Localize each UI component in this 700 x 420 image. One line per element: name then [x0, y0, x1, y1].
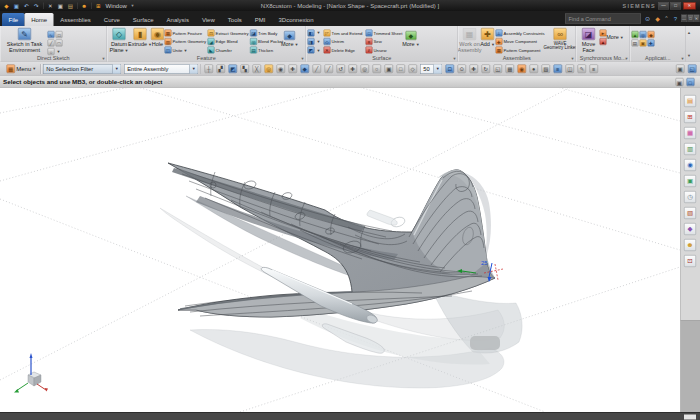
- group-dialog-arrow-icon[interactable]: ▼: [625, 56, 629, 61]
- snap-end-icon[interactable]: ▞: [216, 65, 225, 74]
- wireframe-icon[interactable]: ▦: [505, 65, 514, 74]
- snap-point-icon[interactable]: ┼: [204, 65, 213, 74]
- vertex-select-icon[interactable]: ╱: [324, 65, 333, 74]
- move-component-button[interactable]: ✚ Move Component: [496, 37, 545, 46]
- dialog-rail-icon[interactable]: ▣: [676, 65, 685, 74]
- tab-curve[interactable]: Curve: [97, 13, 126, 26]
- group-dialog-arrow-icon[interactable]: ▼: [571, 56, 575, 61]
- tab-view[interactable]: View: [195, 13, 221, 26]
- trimmed-sheet-button[interactable]: □ Trimmed Sheet: [365, 29, 402, 38]
- minimize-button[interactable]: —: [658, 2, 669, 10]
- tab-assemblies[interactable]: Assemblies: [54, 13, 98, 26]
- snap-mid-icon[interactable]: ◩: [228, 65, 237, 74]
- body-select-icon[interactable]: ◎: [360, 65, 369, 74]
- group-dialog-arrow-icon[interactable]: ▼: [681, 56, 685, 61]
- selection-scope-combo[interactable]: Entire Assembly ▼: [124, 64, 198, 74]
- untrim-button[interactable]: ◇ Untrim: [323, 37, 362, 46]
- wave-geometry-linker-button[interactable]: ∞ WAVE Geometry Linker: [545, 27, 576, 50]
- touch-mode-icon[interactable]: ≡: [589, 65, 598, 74]
- render-style-icon[interactable]: ●: [529, 65, 538, 74]
- find-command-input[interactable]: Find a Command: [565, 14, 641, 24]
- pan-icon[interactable]: ✚: [469, 65, 478, 74]
- system-scenes-icon[interactable]: ⊡: [684, 255, 696, 267]
- manufacturing-app-icon[interactable]: ▤: [632, 40, 639, 47]
- surface-more-button[interactable]: ◆ More▼: [402, 27, 419, 47]
- tab-surface[interactable]: Surface: [126, 13, 160, 26]
- line-icon[interactable]: ╱: [48, 40, 55, 47]
- close-button[interactable]: ✕: [683, 2, 696, 10]
- curve-select-icon[interactable]: ↺: [336, 65, 345, 74]
- region-select-icon[interactable]: □: [396, 65, 405, 74]
- blend-pocket-button[interactable]: ◎ Blend Pocket: [250, 37, 283, 46]
- drafting-app-icon[interactable]: ◎: [640, 31, 647, 38]
- tab-3dconnexion[interactable]: 3Dconnexion: [272, 13, 320, 26]
- group-dialog-arrow-icon[interactable]: ▼: [102, 56, 106, 61]
- swept-icon[interactable]: ◨: [308, 38, 315, 45]
- annotation-icon[interactable]: ✎: [577, 65, 586, 74]
- layer-icon[interactable]: ≡: [553, 65, 562, 74]
- sew-button[interactable]: ≡ Sew: [365, 37, 402, 46]
- dock-icon[interactable]: ▣: [675, 78, 683, 86]
- doc-close-button[interactable]: ✕: [694, 15, 700, 23]
- group-dialog-arrow-icon[interactable]: ▼: [453, 56, 457, 61]
- feature-select-icon[interactable]: ▣: [384, 65, 393, 74]
- extrude-button[interactable]: ▮ Extrude▼: [130, 27, 151, 47]
- edge-select-icon[interactable]: ╱: [312, 65, 321, 74]
- mechatronics-app-icon[interactable]: ✚: [648, 40, 655, 47]
- through-curves-icon[interactable]: ◩: [308, 47, 315, 54]
- ribbon-scroll-up-icon[interactable]: ▲: [687, 30, 691, 35]
- full-screen-icon[interactable]: ◱: [688, 65, 697, 74]
- snap-center-icon[interactable]: ▚: [240, 65, 249, 74]
- modeling-app-icon[interactable]: ▲: [632, 31, 639, 38]
- minimize-ribbon-icon[interactable]: ^: [662, 14, 671, 24]
- assembly-constraints-button[interactable]: ⊥ Assembly Constraints: [496, 29, 545, 38]
- expand-icon[interactable]: □: [686, 78, 694, 86]
- manufacturing-wizard-icon[interactable]: ◆: [684, 223, 696, 235]
- snap-quadrant-icon[interactable]: ◎: [264, 65, 273, 74]
- process-studio-icon[interactable]: ▧: [684, 207, 696, 219]
- resize-grip[interactable]: [684, 415, 696, 420]
- graphics-viewport[interactable]: 25: [0, 88, 680, 412]
- arc-icon[interactable]: ◠: [56, 40, 63, 47]
- background-icon[interactable]: ▧: [541, 65, 550, 74]
- add-component-button[interactable]: ✚ Add▼: [480, 27, 496, 47]
- search-icon[interactable]: ⊙: [643, 14, 652, 24]
- tab-tools[interactable]: Tools: [221, 13, 248, 26]
- perspective-icon[interactable]: ◱: [493, 65, 502, 74]
- reuse-library-icon[interactable]: ▥: [684, 143, 696, 155]
- tab-home[interactable]: Home: [25, 13, 54, 26]
- rectangle-icon[interactable]: □: [56, 31, 63, 38]
- group-dialog-arrow-icon[interactable]: ▼: [301, 56, 305, 61]
- web-browser-icon[interactable]: ▣: [684, 175, 696, 187]
- pattern-geometry-button[interactable]: ▥ Pattern Geometry: [165, 37, 207, 46]
- clip-section-icon[interactable]: ◫: [565, 65, 574, 74]
- zoom-icon[interactable]: ⊙: [457, 65, 466, 74]
- tab-file[interactable]: File: [2, 13, 25, 26]
- profile-icon[interactable]: ∿: [48, 31, 55, 38]
- ribbon-scroll-down-icon[interactable]: ▼: [687, 53, 691, 58]
- history-icon[interactable]: ◷: [684, 191, 696, 203]
- command-finder-icon[interactable]: ◆: [653, 14, 662, 24]
- selection-filter-combo[interactable]: No Selection Filter ▼: [43, 64, 121, 74]
- highlight-icon[interactable]: ✚: [288, 65, 297, 74]
- rotate-icon[interactable]: ↻: [481, 65, 490, 74]
- sketch-in-task-environment-button[interactable]: ✎ Sketch in Task Environment: [2, 27, 48, 53]
- tab-analysis[interactable]: Analysis: [160, 13, 195, 26]
- doc-minimize-button[interactable]: —: [681, 15, 687, 23]
- datum-plane-button[interactable]: ◇ Datum Plane▼: [109, 27, 130, 53]
- simulation-app-icon[interactable]: ◆: [648, 31, 655, 38]
- move-face-button[interactable]: ◪ Move Face: [578, 27, 600, 53]
- trim-and-extend-button[interactable]: ◸ Trim and Extend: [323, 29, 362, 38]
- feature-more-button[interactable]: ◆ More▼: [283, 27, 296, 47]
- spacecraft-model[interactable]: [168, 163, 495, 317]
- trim-body-button[interactable]: ◪ Trim Body: [250, 29, 283, 38]
- snap-tangent-icon[interactable]: ◉: [276, 65, 285, 74]
- four-point-surface-icon[interactable]: ◧: [308, 29, 315, 36]
- roles-icon[interactable]: ☻: [684, 239, 696, 251]
- extract-geometry-button[interactable]: ⊡ Extract Geometry: [208, 29, 249, 38]
- selection-scale-combo[interactable]: 50 ▼: [420, 64, 442, 74]
- part-navigator-icon[interactable]: ▦: [684, 127, 696, 139]
- menu-button[interactable]: ▦ Menu ▼: [2, 64, 39, 75]
- work-on-assembly-button[interactable]: ▦ Work on Assembly: [460, 27, 480, 53]
- maximize-button[interactable]: □: [670, 2, 681, 10]
